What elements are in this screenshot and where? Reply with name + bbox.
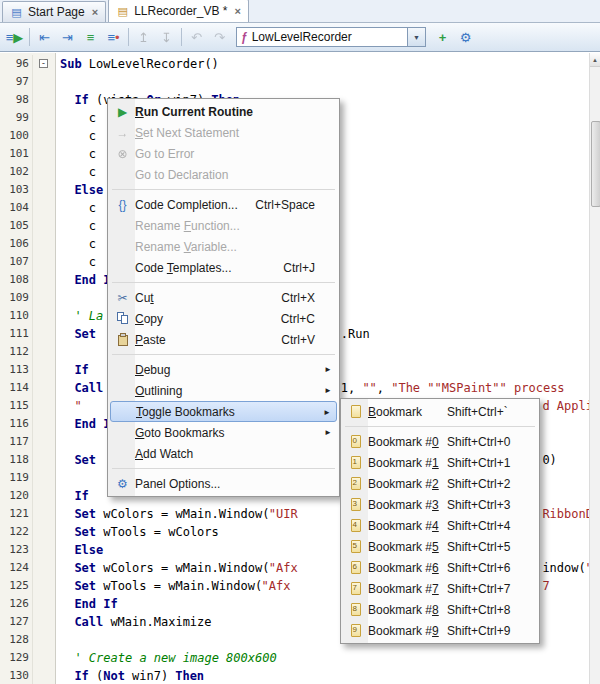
line-number: 115	[0, 397, 32, 415]
record-test-icon[interactable]: +	[431, 26, 454, 48]
menu-item-bookmark[interactable]: BookmarkShift+Ctrl+`	[343, 401, 537, 422]
line-number: 104	[0, 199, 32, 217]
menu-item-label: Bookmark #0	[368, 435, 439, 449]
menu-item-label: Add Watch	[135, 447, 193, 461]
menu-item-set-next-statement[interactable]: →Set Next Statement	[110, 122, 337, 143]
code-token: "	[74, 397, 81, 415]
menu-item-bookmark-6[interactable]: 6Bookmark #6Shift+Ctrl+6	[343, 557, 537, 578]
scrollbar-thumb[interactable]	[591, 121, 600, 207]
cut-icon: ✂	[110, 292, 135, 304]
tab-close-icon[interactable]	[92, 7, 98, 18]
fold-column	[32, 217, 55, 235]
gutter-row: 128	[0, 631, 55, 649]
outdent-icon[interactable]: ⇤	[33, 26, 56, 48]
menu-item-code-templates[interactable]: Code Templates...Ctrl+J	[110, 257, 337, 278]
menu-item-label: Go to Declaration	[135, 168, 228, 182]
code-line[interactable]: If(Notwin7) Then	[60, 667, 600, 684]
menu-item-code-completion[interactable]: {}Code Completion...Ctrl+Space	[110, 194, 337, 215]
menu-item-bookmark-2[interactable]: 2Bookmark #2Shift+Ctrl+2	[343, 473, 537, 494]
gutter-row: 99	[0, 109, 55, 127]
code-token: Sub	[60, 55, 82, 73]
menu-item-go-to-error[interactable]: ⊗Go to Error	[110, 143, 337, 164]
menu-item-goto-bookmarks[interactable]: Goto Bookmarks►	[110, 422, 337, 443]
gutter-row: 105	[0, 217, 55, 235]
menu-item-shortcut: Shift+Ctrl+`	[447, 405, 537, 419]
menu-separator	[112, 282, 335, 283]
gutter-row: 130	[0, 667, 55, 684]
highlight-line-icon[interactable]: ≡•	[102, 26, 125, 48]
gutter-row: 109	[0, 289, 55, 307]
menu-item-rename-function[interactable]: Rename Function...	[110, 215, 337, 236]
tab-llrecorder-vb[interactable]: LLRecorder_VB *	[108, 0, 249, 22]
vertical-scrollbar[interactable]	[589, 53, 600, 684]
code-token: Not	[103, 667, 125, 684]
fold-column	[32, 343, 55, 361]
menu-item-shortcut: Shift+Ctrl+9	[447, 624, 537, 638]
chevron-down-icon[interactable]	[407, 28, 425, 46]
tab-start-page[interactable]: Start Page	[2, 1, 106, 22]
fold-column	[32, 613, 55, 631]
fold-column	[32, 145, 55, 163]
menu-item-panel-options[interactable]: ⚙Panel Options...	[110, 473, 337, 494]
format-lines-icon[interactable]: ≡	[79, 26, 102, 48]
menu-item-bookmark-5[interactable]: 5Bookmark #5Shift+Ctrl+5	[343, 536, 537, 557]
menu-item-label: Rename Function...	[135, 219, 240, 233]
menu-item-run-current-routine[interactable]: ▶Run Current Routine	[110, 101, 337, 122]
menu-item-bookmark-1[interactable]: 1Bookmark #1Shift+Ctrl+1	[343, 452, 537, 473]
paste-icon	[110, 333, 135, 347]
menu-item-bookmark-4[interactable]: 4Bookmark #4Shift+Ctrl+4	[343, 515, 537, 536]
bookmark-icon: 4	[343, 519, 368, 532]
fold-marker[interactable]: -	[39, 59, 48, 68]
menu-item-add-watch[interactable]: Add Watch	[110, 443, 337, 464]
menu-item-bookmark-0[interactable]: 0Bookmark #0Shift+Ctrl+0	[343, 431, 537, 452]
menu-item-shortcut: Shift+Ctrl+0	[447, 435, 537, 449]
fold-column	[32, 127, 55, 145]
menu-item-shortcut: Ctrl+C	[281, 312, 337, 326]
fold-column	[32, 415, 55, 433]
menu-item-label: Bookmark #9	[368, 624, 439, 638]
routine-selector[interactable]: ƒ LowLevelRecorder	[236, 27, 426, 47]
menu-item-rename-variable[interactable]: Rename Variable...	[110, 236, 337, 257]
menu-item-bookmark-3[interactable]: 3Bookmark #3Shift+Ctrl+3	[343, 494, 537, 515]
code-token: LowLevelRecorder()	[89, 55, 219, 73]
fold-column	[32, 595, 55, 613]
code-token: Call	[74, 613, 103, 631]
menu-item-go-to-declaration[interactable]: Go to Declaration	[110, 164, 337, 185]
run-current-routine-icon[interactable]: ≡▶	[3, 26, 26, 48]
code-token: End If	[74, 595, 117, 613]
code-token: c	[89, 199, 96, 217]
menu-item-cut[interactable]: ✂CutCtrl+X	[110, 287, 337, 308]
menu-item-bookmark-9[interactable]: 9Bookmark #9Shift+Ctrl+9	[343, 620, 537, 641]
menu-item-copy[interactable]: CopyCtrl+C	[110, 308, 337, 329]
code-token: Set	[74, 577, 96, 595]
bookmark-icon: 5	[343, 540, 368, 553]
line-number: 118	[0, 451, 32, 469]
menu-item-label: Paste	[135, 333, 166, 347]
code-completion-icon: {}	[110, 199, 135, 211]
fold-column	[32, 181, 55, 199]
line-number: 96	[0, 55, 32, 73]
code-line[interactable]	[60, 73, 600, 91]
menu-item-shortcut: Ctrl+Space	[255, 198, 337, 212]
toolbar: ≡▶⇤⇥≡≡•↥↧↶↷ ƒ LowLevelRecorder +⚙	[0, 23, 600, 52]
code-token: c	[89, 163, 96, 181]
indent-icon[interactable]: ⇥	[56, 26, 79, 48]
menu-item-shortcut: Ctrl+X	[281, 291, 337, 305]
menu-item-bookmark-7[interactable]: 7Bookmark #7Shift+Ctrl+7	[343, 578, 537, 599]
fold-column	[32, 253, 55, 271]
scroll-up-icon[interactable]	[590, 53, 600, 67]
menu-item-bookmark-8[interactable]: 8Bookmark #8Shift+Ctrl+8	[343, 599, 537, 620]
gutter-row: 96-	[0, 55, 55, 73]
menu-item-debug[interactable]: Debug►	[110, 359, 337, 380]
line-number: 110	[0, 307, 32, 325]
menu-item-outlining[interactable]: Outlining►	[110, 380, 337, 401]
menu-item-toggle-bookmarks[interactable]: Toggle Bookmarks►	[110, 401, 337, 422]
menu-item-paste[interactable]: PasteCtrl+V	[110, 329, 337, 350]
panel-options-icon[interactable]: ⚙	[454, 26, 477, 48]
menu-item-shortcut: Shift+Ctrl+2	[447, 477, 537, 491]
code-line[interactable]: SubLowLevelRecorder()	[60, 55, 600, 73]
tab-close-icon[interactable]	[235, 6, 241, 17]
bookmark-icon: 2	[343, 477, 368, 490]
code-line[interactable]: ' Create a new image 800x600	[60, 649, 600, 667]
gutter-row: 113	[0, 361, 55, 379]
